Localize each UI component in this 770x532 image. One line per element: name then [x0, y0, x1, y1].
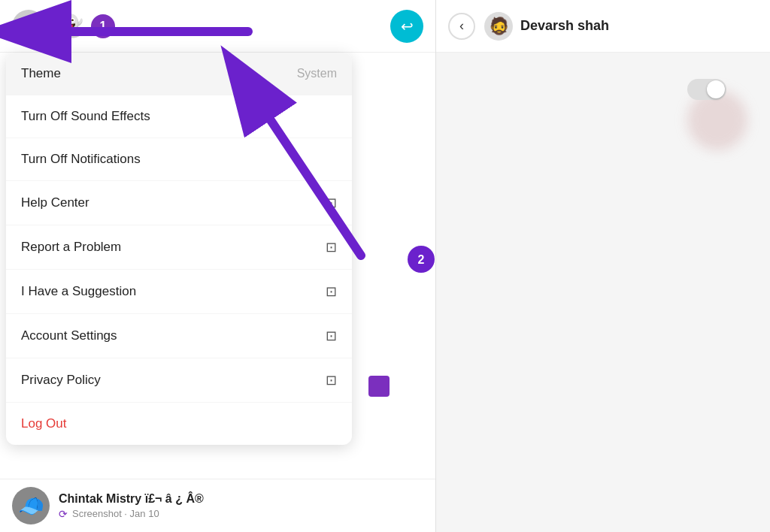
list-item-avatar: 🧢 — [12, 487, 50, 524]
external-link-icon: ⊡ — [326, 283, 337, 300]
list-item-content: Chintak Mistry ï£¬ â ¿ Â® ⟳ Screenshot ·… — [59, 492, 204, 520]
dropdown-menu: Theme System Turn Off Sound Effects Turn… — [6, 53, 352, 445]
external-link-icon: ⊡ — [326, 195, 337, 211]
contact-name: Chintak Mistry ï£¬ â ¿ Â® — [59, 492, 204, 506]
theme-label: Theme — [21, 66, 61, 81]
svg-point-4 — [408, 246, 435, 273]
top-bar-left: 👤 ⚙ 👻 1 ↩ — [0, 0, 435, 53]
back-icon: ‹ — [459, 18, 464, 34]
right-panel: ‹ 🧔 Devarsh shah — [436, 0, 770, 532]
list-sub-row: ⟳ Screenshot · Jan 10 — [59, 508, 204, 520]
toggle-knob — [707, 80, 725, 98]
menu-item-theme[interactable]: Theme System — [6, 53, 352, 95]
external-link-icon: ⊡ — [326, 372, 337, 388]
badge-number: 1 — [100, 20, 107, 33]
avatar-emoji: 🧢 — [18, 494, 44, 518]
menu-item-label: Turn Off Sound Effects — [21, 109, 150, 124]
menu-item-label: Account Settings — [21, 328, 117, 343]
toggle-switch[interactable] — [687, 79, 726, 100]
right-top-bar: ‹ 🧔 Devarsh shah — [436, 0, 770, 53]
list-sub-text: Screenshot · Jan 10 — [72, 508, 159, 519]
profile-avatar-button[interactable]: 👤 ⚙ — [12, 10, 45, 43]
back-button[interactable]: ‹ — [448, 13, 475, 40]
menu-item-report-problem[interactable]: Report a Problem ⊡ — [6, 225, 352, 270]
menu-item-label: Privacy Policy — [21, 373, 101, 388]
menu-item-notifications[interactable]: Turn Off Notifications — [6, 138, 352, 181]
right-panel-avatar: 🧔 — [484, 12, 513, 41]
svg-text:2: 2 — [418, 253, 425, 266]
menu-item-label: Turn Off Notifications — [21, 152, 141, 167]
menu-item-logout[interactable]: Log Out — [6, 403, 352, 445]
chat-button[interactable]: ↩ — [390, 10, 423, 43]
menu-item-sound-effects[interactable]: Turn Off Sound Effects — [6, 95, 352, 138]
left-panel: 👤 ⚙ 👻 1 ↩ Theme System Turn Off Sound E — [0, 0, 436, 532]
snap-icon: ⟳ — [59, 508, 68, 520]
menu-item-label: Help Center — [21, 195, 89, 210]
right-user-name: Devarsh shah — [520, 18, 609, 34]
purple-square-decoration — [368, 376, 390, 397]
theme-value: System — [297, 67, 337, 80]
menu-item-label: Report a Problem — [21, 240, 121, 255]
external-link-icon: ⊡ — [326, 328, 337, 344]
app-container: 👤 ⚙ 👻 1 ↩ Theme System Turn Off Sound E — [0, 0, 770, 532]
external-link-icon: ⊡ — [326, 239, 337, 255]
menu-item-label: I Have a Suggestion — [21, 284, 136, 299]
bottom-list-item[interactable]: 🧢 Chintak Mistry ï£¬ â ¿ Â® ⟳ Screenshot… — [0, 479, 435, 532]
menu-item-account-settings[interactable]: Account Settings ⊡ — [6, 314, 352, 358]
menu-item-help-center[interactable]: Help Center ⊡ — [6, 181, 352, 225]
notification-badge[interactable]: 1 — [91, 14, 115, 38]
toggle-area — [687, 79, 732, 103]
snapchat-logo: 👻 — [57, 14, 83, 38]
menu-item-suggestion[interactable]: I Have a Suggestion ⊡ — [6, 270, 352, 314]
gear-icon: ⚙ — [33, 31, 47, 44]
logout-label: Log Out — [21, 416, 67, 431]
chat-icon: ↩ — [401, 17, 414, 35]
menu-item-privacy-policy[interactable]: Privacy Policy ⊡ — [6, 358, 352, 403]
